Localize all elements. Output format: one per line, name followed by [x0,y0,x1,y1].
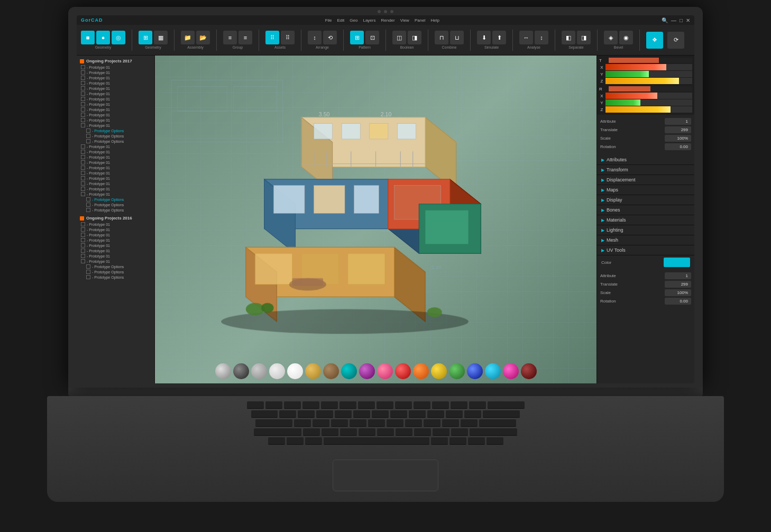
list-item[interactable]: - Prototype 01 [77,186,154,191]
checkbox[interactable] [81,187,85,191]
checkbox[interactable] [86,270,90,274]
mat-brown[interactable] [323,363,339,379]
checkbox[interactable] [81,107,85,112]
mat-grey[interactable] [251,363,267,379]
list-item-child[interactable]: - Prototype Options [77,264,154,269]
list-item[interactable]: - Prototype 01 [77,165,154,170]
accordion-lighting-header[interactable]: ▶ Lighting [597,225,694,235]
key[interactable] [469,401,486,409]
checkbox[interactable] [86,134,90,138]
checkbox[interactable] [86,129,90,133]
assets-icon[interactable]: ⠿ [265,31,279,44]
accordion-bones-header[interactable]: ▶ Bones [597,205,694,215]
checkbox[interactable] [81,65,85,69]
scale-value-top[interactable]: 100% [665,135,691,142]
key[interactable] [487,437,503,445]
translate-value-top[interactable]: 299 [665,126,691,133]
mat-blue[interactable] [467,363,483,379]
boolean-icon[interactable]: ◫ [392,31,406,44]
key[interactable] [409,410,426,418]
list-item[interactable]: - Prototype 01 [77,65,154,70]
mat-white[interactable] [287,363,303,379]
checkbox[interactable] [81,249,85,253]
analyse-icon[interactable]: ↔ [519,31,533,44]
rz-bar[interactable] [605,106,692,113]
list-item-expanded2[interactable]: - Prototype 01 [77,191,154,197]
bevel-icon[interactable]: ◈ [604,31,618,44]
list-item[interactable]: - Prototype 01 [77,248,154,253]
checkbox[interactable] [81,243,85,247]
search-icon[interactable]: 🔍 [662,17,668,23]
checkbox[interactable] [81,155,85,159]
group-icon[interactable]: ≡ [223,31,237,44]
key[interactable] [358,401,375,409]
cylinder-icon[interactable]: ◎ [112,31,125,44]
checkbox[interactable] [81,113,85,117]
bevel2-icon[interactable]: ◉ [619,31,633,44]
key[interactable] [372,410,389,418]
mat-silver[interactable] [269,363,285,379]
checkbox[interactable] [86,275,90,279]
menu-edit[interactable]: Edit [337,18,345,23]
checkbox[interactable] [86,203,90,207]
list-item[interactable]: - Prototype 01 [77,75,154,80]
assets2-icon[interactable]: ⠿ [281,31,295,44]
key[interactable] [442,419,459,427]
list-item-expanded[interactable]: - Prototype 01 [77,123,154,128]
color-swatch[interactable] [664,258,690,267]
menu-panel[interactable]: Panel [415,18,425,23]
checkbox[interactable] [81,144,85,149]
mat-chrome[interactable] [215,363,231,379]
list-item[interactable]: - Prototype 01 [77,181,154,186]
z-bar[interactable] [605,78,692,84]
grid2-icon[interactable]: ▦ [154,31,168,44]
checkbox[interactable] [81,160,85,164]
checkbox[interactable] [81,70,85,75]
checkbox[interactable] [86,197,90,201]
key[interactable] [305,437,322,445]
key[interactable] [298,410,315,418]
stack-icon[interactable]: ❖ [646,32,663,49]
mat-magenta[interactable] [503,363,519,379]
key[interactable] [268,437,285,445]
key[interactable] [279,410,296,418]
spacebar[interactable] [324,437,429,445]
list-item[interactable]: - Prototype 01 [77,144,154,149]
shift-right-key[interactable] [470,428,517,436]
key[interactable] [446,410,463,418]
key[interactable] [414,401,430,409]
checkbox[interactable] [81,176,85,180]
list-item[interactable]: - Prototype 01 [77,243,154,248]
scale-value-bottom[interactable]: 100% [665,289,691,296]
mat-orange[interactable] [413,363,429,379]
separate2-icon[interactable]: ◨ [577,31,591,44]
mat-dark[interactable] [233,363,249,379]
simulate-icon[interactable]: ⬇ [477,31,491,44]
key[interactable] [322,428,338,436]
accordion-maps-header[interactable]: ▶ Maps [597,185,694,195]
list-item[interactable]: - Prototype 01 [77,117,154,123]
maximize-button[interactable]: □ [680,17,683,23]
project-2017-header[interactable]: Ongoing Projects 2017 [77,58,154,65]
menu-help[interactable]: Help [430,18,439,23]
list-item-expanded3[interactable]: - Prototype 01 [77,259,154,264]
simulate2-icon[interactable]: ⬆ [492,31,506,44]
checkbox[interactable] [86,264,90,269]
mat-red[interactable] [395,363,411,379]
translate-value-bottom[interactable]: 299 [665,281,691,288]
combine-icon[interactable]: ⊓ [435,31,448,44]
list-item[interactable]: - Prototype 01 [77,160,154,165]
checkbox[interactable] [81,76,85,80]
checkbox[interactable] [81,118,85,122]
list-item[interactable]: - Prototype 01 [77,154,154,160]
key[interactable] [313,419,329,427]
list-item-child[interactable]: - Prototype Options [77,133,154,139]
accordion-attributes-header[interactable]: ▶ Attributes [597,155,694,164]
key[interactable] [488,401,525,409]
checkbox[interactable] [81,222,85,226]
project-2016-header[interactable]: Ongoing Projects 2016 [77,215,154,222]
menu-layers[interactable]: Layers [363,18,375,23]
arrange2-icon[interactable]: ⟲ [323,31,337,44]
mat-green[interactable] [449,363,465,379]
key[interactable] [431,437,448,445]
